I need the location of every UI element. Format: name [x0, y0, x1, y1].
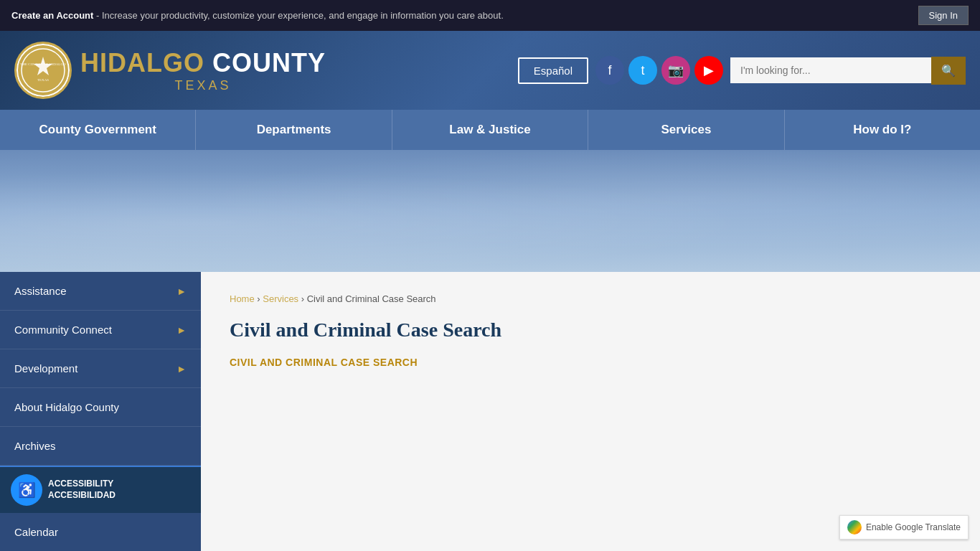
sidebar-item-community-connect[interactable]: Community Connect ► — [0, 311, 201, 349]
facebook-icon[interactable]: f — [595, 56, 624, 85]
case-search-link[interactable]: CIVIL AND CRIMINAL CASE SEARCH — [230, 357, 418, 368]
sidebar-item-archives[interactable]: Archives — [0, 427, 201, 466]
twitter-icon[interactable]: t — [628, 56, 657, 85]
chevron-right-icon: ► — [176, 286, 187, 297]
translate-label: Enable Google Translate — [866, 522, 961, 532]
chevron-right-icon: ► — [176, 363, 187, 375]
header-right: Español f t 📷 ▶ 🔍 — [518, 56, 966, 85]
banner-description: - Increase your productivity, customize … — [93, 10, 503, 21]
search-area: 🔍 — [730, 57, 966, 85]
sidebar-item-label: Development — [14, 362, 77, 375]
nav-departments[interactable]: Departments — [196, 110, 392, 150]
instagram-icon[interactable]: 📷 — [661, 56, 690, 85]
state-name: TEXAS — [80, 78, 326, 93]
sidebar-item-label: Archives — [14, 440, 56, 452]
accessibility-widget[interactable]: ♿ ACCESSIBILITYACCESIBILIDAD — [0, 466, 201, 513]
nav-law-justice[interactable]: Law & Justice — [392, 110, 588, 150]
sidebar-item-about[interactable]: About Hidalgo County — [0, 388, 201, 427]
nav-how-do-i[interactable]: How do I? — [785, 110, 980, 150]
main-nav: County Government Departments Law & Just… — [0, 110, 980, 150]
espanol-button[interactable]: Español — [518, 57, 588, 84]
search-button[interactable]: 🔍 — [931, 57, 966, 85]
breadcrumb-services[interactable]: Services — [263, 293, 298, 304]
breadcrumb-home[interactable]: Home — [230, 293, 255, 304]
content-wrapper: Assistance ► Community Connect ► Develop… — [0, 272, 980, 551]
county-name: HIDALGO COUNTY — [80, 48, 326, 78]
chevron-right-icon: ► — [176, 324, 187, 336]
search-input[interactable] — [730, 57, 931, 83]
county-seal: THE COUNTY OF HIDALGO TEXAS — [14, 42, 72, 99]
banner-area — [0, 150, 980, 272]
sidebar-item-assistance[interactable]: Assistance ► — [0, 272, 201, 311]
sidebar-item-label: About Hidalgo County — [14, 401, 119, 413]
breadcrumb-current: Civil and Criminal Case Search — [307, 293, 436, 304]
sidebar-item-development[interactable]: Development ► — [0, 349, 201, 388]
page-title: Civil and Criminal Case Search — [230, 319, 951, 342]
breadcrumb: Home › Services › Civil and Criminal Cas… — [230, 293, 951, 304]
sidebar-item-label: Calendar — [14, 526, 58, 538]
accessibility-icon[interactable]: ♿ — [11, 474, 42, 506]
logo-text: HIDALGO COUNTY TEXAS — [80, 48, 326, 93]
top-banner: Create an Account - Increase your produc… — [0, 0, 980, 31]
nav-services[interactable]: Services — [588, 110, 784, 150]
sidebar: Assistance ► Community Connect ► Develop… — [0, 272, 201, 551]
social-icons: f t 📷 ▶ — [595, 56, 723, 85]
main-content: Home › Services › Civil and Criminal Cas… — [201, 272, 980, 551]
create-account-link[interactable]: Create an Account — [11, 10, 93, 21]
sidebar-item-label: Assistance — [14, 285, 67, 297]
nav-county-government[interactable]: County Government — [0, 110, 196, 150]
translate-widget[interactable]: Enable Google Translate — [839, 515, 969, 540]
logo-area: THE COUNTY OF HIDALGO TEXAS HIDALGO COUN… — [14, 42, 326, 99]
sidebar-item-calendar[interactable]: Calendar — [0, 513, 201, 551]
header: THE COUNTY OF HIDALGO TEXAS HIDALGO COUN… — [0, 31, 980, 110]
accessibility-label: ACCESSIBILITYACCESIBILIDAD — [48, 479, 116, 501]
svg-text:TEXAS: TEXAS — [37, 78, 49, 82]
sign-in-button[interactable]: Sign In — [918, 6, 969, 25]
youtube-icon[interactable]: ▶ — [694, 56, 723, 85]
google-icon — [847, 520, 862, 534]
sidebar-item-label: Community Connect — [14, 324, 112, 336]
